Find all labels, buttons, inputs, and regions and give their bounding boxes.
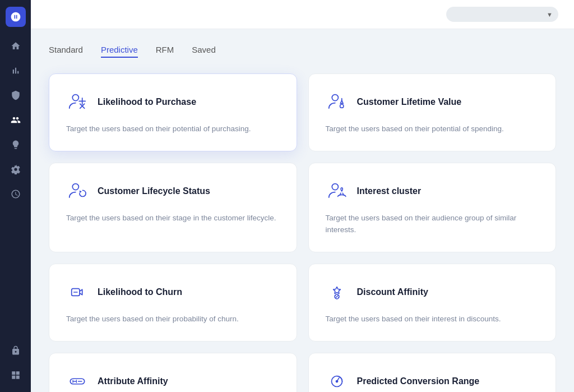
workspace-select[interactable] xyxy=(446,7,558,22)
tab-bar: Standard Predictive RFM Saved xyxy=(49,45,556,58)
likelihood-churn-icon xyxy=(65,280,90,305)
card-title: Predicted Conversion Range xyxy=(357,376,480,386)
tab-predictive[interactable]: Predictive xyxy=(101,45,138,58)
sidebar xyxy=(0,0,31,392)
card-description: Target the users based on their audience… xyxy=(325,213,540,236)
svg-point-9 xyxy=(337,297,339,298)
customer-lifecycle-icon xyxy=(65,179,90,204)
card-discount-affinity[interactable]: Discount Affinity Target the users based… xyxy=(308,264,557,342)
card-customer-lifetime-value[interactable]: Customer Lifetime Value Target the users… xyxy=(308,73,557,151)
sidebar-item-lock[interactable] xyxy=(6,340,26,361)
card-customer-lifecycle[interactable]: Customer Lifecycle Status Target the use… xyxy=(49,163,297,252)
sidebar-item-lightbulb[interactable] xyxy=(6,135,26,155)
card-title: Customer Lifecycle Status xyxy=(98,186,210,196)
card-title: Likelihood to Churn xyxy=(98,287,182,297)
customer-lifetime-value-icon xyxy=(325,90,349,114)
svg-point-3 xyxy=(340,104,343,108)
content-area: Standard Predictive RFM Saved xyxy=(31,29,574,392)
sidebar-item-users[interactable] xyxy=(6,110,26,130)
sidebar-item-chart[interactable] xyxy=(6,61,26,81)
svg-point-8 xyxy=(335,295,336,296)
sidebar-logo[interactable] xyxy=(6,7,26,27)
card-attribute-affinity[interactable]: Attribute Affinity Target the users base… xyxy=(49,353,297,392)
predicted-conversion-icon xyxy=(325,369,349,392)
card-predicted-conversion[interactable]: Predicted Conversion Range Target the us… xyxy=(308,353,557,392)
card-header: Predicted Conversion Range xyxy=(325,369,540,392)
card-description: Target the users based on their stage in… xyxy=(65,213,281,224)
cards-grid: Likelihood to Purchase Target the users … xyxy=(49,73,556,392)
card-interest-cluster[interactable]: Interest cluster Target the users based … xyxy=(308,163,557,252)
card-description: Target the users based on their interest… xyxy=(325,313,540,325)
tab-rfm[interactable]: RFM xyxy=(156,45,174,58)
card-header: Likelihood to Churn xyxy=(65,280,281,305)
sidebar-item-home[interactable] xyxy=(6,36,26,56)
card-header: Likelihood to Purchase xyxy=(65,90,281,114)
card-header: Customer Lifecycle Status xyxy=(65,179,281,204)
tab-saved[interactable]: Saved xyxy=(192,45,216,58)
svg-point-5 xyxy=(332,183,338,190)
sidebar-item-settings[interactable] xyxy=(6,159,26,179)
card-title: Likelihood to Purchase xyxy=(98,97,196,107)
card-header: Interest cluster xyxy=(325,179,540,204)
topbar: ▼ xyxy=(31,0,574,29)
card-description: Target the users based on their potentia… xyxy=(65,123,281,135)
card-likelihood-churn[interactable]: Likelihood to Churn Target the users bas… xyxy=(49,264,297,342)
discount-affinity-icon xyxy=(325,280,349,305)
card-title: Interest cluster xyxy=(357,186,422,196)
sidebar-item-grid[interactable] xyxy=(6,365,26,385)
card-title: Customer Lifetime Value xyxy=(357,97,462,107)
card-header: Customer Lifetime Value xyxy=(325,90,540,114)
card-description: Target the users based on their probabil… xyxy=(65,313,281,325)
svg-point-0 xyxy=(72,95,78,101)
tab-standard[interactable]: Standard xyxy=(49,45,83,58)
card-header: Discount Affinity xyxy=(325,280,540,305)
card-description: Target the users based on their potentia… xyxy=(325,123,540,135)
card-header: Attribute Affinity xyxy=(65,369,281,392)
svg-point-1 xyxy=(332,95,338,101)
attribute-affinity-icon xyxy=(65,369,90,392)
sidebar-item-shield[interactable] xyxy=(6,85,26,105)
svg-point-4 xyxy=(72,183,78,190)
workspace-selector[interactable]: ▼ xyxy=(446,7,558,22)
likelihood-purchase-icon xyxy=(65,90,90,114)
card-title: Discount Affinity xyxy=(357,287,428,297)
card-title: Attribute Affinity xyxy=(98,376,168,386)
svg-rect-10 xyxy=(70,379,84,384)
interest-cluster-icon xyxy=(325,179,349,204)
card-likelihood-purchase[interactable]: Likelihood to Purchase Target the users … xyxy=(49,73,297,151)
main-content: ▼ Standard Predictive RFM Saved xyxy=(31,0,574,392)
sidebar-item-clock[interactable] xyxy=(6,184,26,204)
